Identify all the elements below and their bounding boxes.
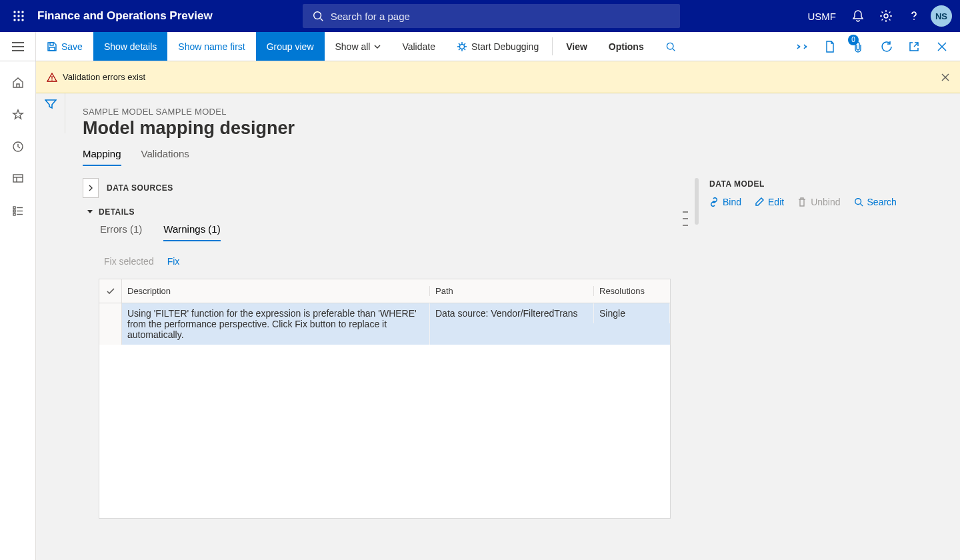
col-path[interactable]: Path <box>430 286 594 296</box>
row-resolutions: Single <box>594 303 670 323</box>
col-description[interactable]: Description <box>122 286 430 296</box>
save-icon <box>47 41 57 52</box>
svg-point-11 <box>884 14 888 18</box>
close-icon[interactable] <box>928 32 956 61</box>
save-label: Save <box>61 41 83 52</box>
connector-icon[interactable] <box>788 32 816 61</box>
attachment-badge: 0 <box>848 35 859 45</box>
svg-point-7 <box>17 19 19 21</box>
row-path: Data source: Vendor/FilteredTrans <box>430 303 594 323</box>
validate-button[interactable]: Validate <box>391 32 446 61</box>
start-debugging-button[interactable]: Start Debugging <box>446 32 549 61</box>
splitter-handle[interactable] <box>683 211 688 226</box>
row-checkbox[interactable] <box>99 303 122 345</box>
svg-rect-16 <box>50 43 53 45</box>
command-bar: Save Show details Show name first Group … <box>0 32 960 61</box>
svg-point-9 <box>313 12 321 19</box>
tab-validations[interactable]: Validations <box>141 148 189 166</box>
svg-rect-32 <box>13 210 15 212</box>
svg-line-20 <box>673 49 675 51</box>
top-app-bar: Finance and Operations Preview USMF NS <box>0 0 960 32</box>
filter-panel-toggle[interactable] <box>36 93 65 133</box>
details-subtabs: Errors (1) Warnings (1) <box>100 223 687 241</box>
subtab-warnings[interactable]: Warnings (1) <box>163 223 220 241</box>
app-launcher-icon[interactable] <box>5 0 32 32</box>
show-details-button[interactable]: Show details <box>93 32 167 61</box>
popout-icon[interactable] <box>900 32 928 61</box>
view-menu[interactable]: View <box>555 32 598 61</box>
svg-rect-17 <box>49 47 55 51</box>
search-input[interactable] <box>324 11 680 22</box>
svg-point-18 <box>459 44 464 49</box>
svg-point-3 <box>13 15 15 17</box>
left-nav-rail <box>0 61 36 560</box>
fix-button[interactable]: Fix <box>167 256 180 267</box>
svg-rect-31 <box>13 207 15 209</box>
warning-icon <box>47 72 57 83</box>
rail-home-icon[interactable] <box>0 67 36 99</box>
options-menu[interactable]: Options <box>598 32 655 61</box>
link-icon <box>709 197 719 207</box>
toolbar-search-icon[interactable] <box>655 32 687 61</box>
validation-banner: Validation errors exist <box>36 61 960 93</box>
svg-point-6 <box>13 19 15 21</box>
svg-point-8 <box>21 19 23 21</box>
svg-point-19 <box>667 43 673 49</box>
fix-selected-button: Fix selected <box>104 256 154 267</box>
unbind-label: Unbind <box>811 197 840 207</box>
table-row[interactable]: Using 'FILTER' function for the expressi… <box>99 303 670 345</box>
data-sources-heading: DATA SOURCES <box>107 183 173 193</box>
nav-hamburger-icon[interactable] <box>0 32 36 61</box>
details-heading-row[interactable]: DETAILS <box>87 207 687 217</box>
bind-button[interactable]: Bind <box>709 197 741 207</box>
notifications-icon[interactable] <box>844 0 872 32</box>
banner-close-icon[interactable] <box>941 73 949 81</box>
settings-gear-icon[interactable] <box>872 0 900 32</box>
company-code[interactable]: USMF <box>808 11 837 22</box>
expand-data-sources[interactable] <box>83 178 99 198</box>
chevron-down-icon <box>87 209 93 215</box>
details-heading: DETAILS <box>99 207 135 217</box>
warnings-grid: Description Path Resolutions Using 'FILT… <box>99 279 671 519</box>
edit-button[interactable]: Edit <box>755 197 784 207</box>
dm-search-button[interactable]: Search <box>854 197 897 207</box>
help-icon[interactable] <box>900 0 928 32</box>
edit-label: Edit <box>768 197 784 207</box>
svg-point-37 <box>855 199 861 205</box>
svg-point-12 <box>913 19 915 20</box>
refresh-icon[interactable] <box>872 32 900 61</box>
global-search[interactable] <box>303 4 680 28</box>
scroll-indicator-left <box>695 178 699 225</box>
grid-header: Description Path Resolutions <box>99 279 670 303</box>
tab-mapping[interactable]: Mapping <box>83 148 121 166</box>
document-icon[interactable] <box>816 32 844 61</box>
show-name-first-button[interactable]: Show name first <box>167 32 255 61</box>
dm-search-label: Search <box>867 197 897 207</box>
search-icon <box>312 10 324 22</box>
unbind-button: Unbind <box>797 197 840 207</box>
subtab-errors[interactable]: Errors (1) <box>100 223 142 241</box>
search-icon <box>854 197 863 207</box>
svg-point-2 <box>21 11 23 13</box>
filter-icon <box>45 99 57 109</box>
svg-rect-28 <box>13 175 23 182</box>
save-button[interactable]: Save <box>36 32 93 61</box>
trash-icon <box>797 197 807 207</box>
rail-workspaces-icon[interactable] <box>0 163 36 195</box>
rail-recent-icon[interactable] <box>0 131 36 163</box>
page-title: Model mapping designer <box>83 118 960 139</box>
rail-modules-icon[interactable] <box>0 195 36 227</box>
app-title: Finance and Operations Preview <box>37 9 213 23</box>
rail-favorites-icon[interactable] <box>0 99 36 131</box>
chevron-right-icon <box>88 185 93 191</box>
col-resolutions[interactable]: Resolutions <box>594 286 670 296</box>
group-view-button[interactable]: Group view <box>256 32 325 61</box>
show-all-dropdown[interactable]: Show all <box>325 32 392 61</box>
svg-rect-33 <box>13 213 15 215</box>
edit-icon <box>755 197 764 207</box>
avatar[interactable]: NS <box>931 5 952 27</box>
svg-line-38 <box>860 204 863 207</box>
select-all-checkbox[interactable] <box>99 279 122 303</box>
data-model-heading: DATA MODEL <box>709 179 960 189</box>
attachments-icon[interactable]: 0 <box>844 32 872 61</box>
